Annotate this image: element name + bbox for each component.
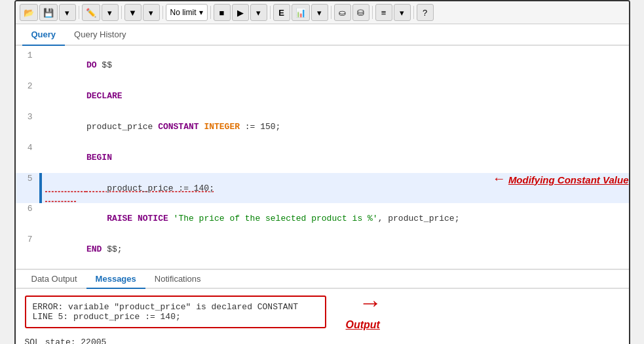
- help-button[interactable]: ?: [417, 4, 434, 21]
- tab-data-output[interactable]: Data Output: [22, 270, 86, 289]
- filter-icon: ▼: [128, 8, 137, 18]
- chart-dropdown-button[interactable]: ▾: [311, 4, 328, 21]
- line5-annotation: ← Modifying Constant Value: [490, 173, 629, 186]
- play-button[interactable]: ▶: [232, 4, 249, 21]
- macro1-button[interactable]: ⛀: [334, 4, 351, 21]
- limit-label: No limit: [170, 8, 197, 17]
- open-folder-button[interactable]: 📂: [20, 4, 38, 21]
- open-folder-icon: 📂: [24, 8, 34, 18]
- separator-1: [79, 6, 79, 19]
- edit-dropdown-icon: ▾: [107, 8, 112, 18]
- code-line-4: 4 BEGIN: [16, 142, 629, 173]
- limit-dropdown[interactable]: No limit ▾: [166, 4, 208, 21]
- separator-8: [413, 6, 414, 19]
- explain-icon: E: [278, 8, 284, 18]
- save-dropdown-button[interactable]: ▾: [59, 4, 76, 21]
- limit-dropdown-icon: ▾: [199, 8, 203, 17]
- arrow-right-icon: →: [359, 289, 383, 316]
- output-area: ERROR: variable "product_price" is decla…: [16, 289, 629, 344]
- error-line-1: ERROR: variable "product_price" is decla…: [33, 302, 318, 312]
- sql-state: SQL state: 22005: [25, 337, 326, 344]
- chart-dropdown-icon: ▾: [317, 8, 322, 18]
- macro2-button[interactable]: ⛁: [352, 4, 369, 21]
- separator-4: [210, 6, 211, 19]
- code-line-1: 1 DO $$: [16, 50, 629, 81]
- explain-button[interactable]: E: [273, 4, 290, 21]
- edit-icon: ✏️: [86, 8, 96, 18]
- separator-3: [162, 6, 163, 19]
- save-button[interactable]: 💾: [39, 4, 58, 21]
- help-icon: ?: [423, 8, 427, 18]
- arrow-left-icon: ←: [495, 173, 503, 186]
- save-icon: 💾: [43, 8, 54, 18]
- edit-dropdown-button[interactable]: ▾: [102, 4, 119, 21]
- code-editor[interactable]: 1 DO $$ 2 DECLARE 3 product_price CONSTA…: [16, 46, 629, 270]
- modifying-constant-label: Modifying Constant Value: [508, 174, 629, 185]
- edit-button[interactable]: ✏️: [82, 4, 100, 21]
- bottom-tabs: Data Output Messages Notifications: [16, 270, 629, 289]
- error-box: ERROR: variable "product_price" is decla…: [25, 296, 326, 344]
- play-dropdown-icon: ▾: [256, 8, 261, 18]
- tab-messages[interactable]: Messages: [86, 270, 145, 289]
- separator-7: [372, 6, 373, 19]
- play-icon: ▶: [237, 8, 244, 18]
- filter-dropdown-icon: ▾: [149, 8, 153, 18]
- output-label: Output: [346, 319, 380, 331]
- chart-button[interactable]: 📊: [292, 4, 310, 21]
- chart-icon: 📊: [295, 8, 306, 18]
- error-line-2: LINE 5: product_price := 140;: [33, 312, 318, 322]
- output-arrow-area: → Output: [339, 296, 383, 331]
- play-dropdown-button[interactable]: ▾: [250, 4, 267, 21]
- tab-notifications[interactable]: Notifications: [145, 270, 210, 289]
- code-line-2: 2 DECLARE: [16, 81, 629, 111]
- tab-query[interactable]: Query: [22, 24, 66, 46]
- list-dropdown-button[interactable]: ▾: [394, 4, 411, 21]
- main-container: 📂 💾 ▾ ✏️ ▾ ▼ ▾ No limit ▾ ■: [14, 0, 630, 344]
- macro2-icon: ⛁: [357, 8, 364, 18]
- stop-button[interactable]: ■: [214, 4, 231, 21]
- separator-5: [270, 6, 271, 19]
- toolbar: 📂 💾 ▾ ✏️ ▾ ▼ ▾ No limit ▾ ■: [16, 1, 629, 24]
- save-dropdown-icon: ▾: [65, 8, 69, 18]
- separator-2: [121, 6, 122, 19]
- filter-button[interactable]: ▼: [124, 4, 142, 21]
- separator-6: [331, 6, 331, 19]
- list-dropdown-icon: ▾: [400, 8, 404, 18]
- error-message-box: ERROR: variable "product_price" is decla…: [25, 296, 326, 328]
- code-line-5: 5 product_price := 140; ← Modifying Cons…: [16, 173, 629, 203]
- tab-query-history[interactable]: Query History: [65, 24, 135, 46]
- output-section: ERROR: variable "product_price" is decla…: [25, 296, 620, 344]
- filter-dropdown-button[interactable]: ▾: [143, 4, 160, 21]
- query-tabs: Query Query History: [16, 24, 629, 46]
- code-line-3: 3 product_price CONSTANT INTEGER := 150;: [16, 111, 629, 142]
- list-icon: ≡: [381, 8, 387, 18]
- macro1-icon: ⛀: [339, 8, 346, 18]
- stop-icon: ■: [219, 8, 225, 18]
- list-button[interactable]: ≡: [375, 4, 392, 21]
- code-line-7: 7 END $$;: [16, 234, 629, 265]
- code-line-6: 6 RAISE NOTICE 'The price of the selecte…: [16, 203, 629, 234]
